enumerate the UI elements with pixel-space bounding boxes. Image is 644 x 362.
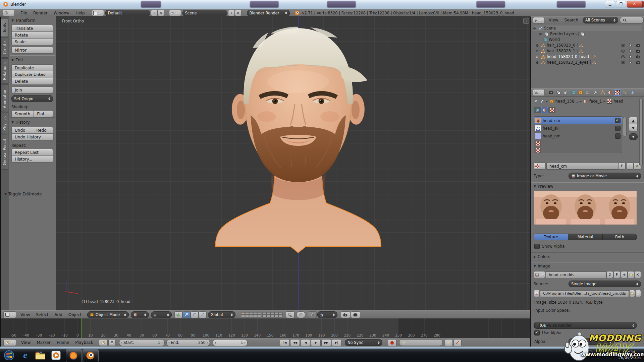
scene-select[interactable]: Scene	[182, 10, 227, 16]
menu-item[interactable]: View	[18, 340, 34, 345]
add-scene-button[interactable]: +	[228, 10, 235, 16]
rotate-manipulator-button[interactable]	[191, 311, 199, 318]
show-alpha-checkbox[interactable]	[534, 244, 540, 249]
texture-slot-list[interactable]: head_cm head_sk head_nm	[534, 116, 622, 153]
view-as-render-checkbox[interactable]	[534, 323, 540, 328]
timeline-band[interactable]: -50-40-30-20-100102030405060708090100110…	[1, 318, 530, 338]
undo-history-button[interactable]: Undo History	[11, 133, 54, 140]
set-origin-select[interactable]: Set Origin	[11, 95, 53, 102]
image-panel-header[interactable]: ▼ Image	[534, 264, 550, 268]
texture-slot-checkbox[interactable]	[615, 118, 621, 123]
expand-icon[interactable]: ⊕	[536, 55, 540, 59]
outliner-row-world[interactable]: World	[543, 37, 642, 42]
duplicate-linked-button[interactable]: Duplicate Linked	[11, 71, 53, 78]
frame-end-field[interactable]: End:250	[166, 339, 210, 346]
edit-panel-header[interactable]: ▼ Edit	[11, 58, 23, 62]
image-users-button[interactable]: 2	[606, 271, 613, 278]
rotate-button[interactable]: Rotate	[11, 32, 53, 39]
preview-panel-header[interactable]: ▼ Preview	[534, 184, 553, 189]
tab-physics[interactable]	[629, 89, 636, 96]
image-browse-button[interactable]	[534, 271, 545, 278]
preview-texture-button[interactable]: Texture	[534, 234, 568, 240]
proportional-edit-button[interactable]	[297, 311, 305, 318]
outliner-search-input[interactable]	[620, 17, 644, 23]
jump-to-start-button[interactable]: │◀	[280, 339, 289, 346]
renderlayer-icon[interactable]	[581, 32, 585, 36]
menu-item[interactable]: File	[17, 11, 30, 15]
toolshelf-tab-physics[interactable]: Physics	[1, 113, 8, 134]
duplicate-button[interactable]: Duplicate	[11, 64, 53, 71]
translate-button[interactable]: Translate	[11, 25, 53, 32]
use-alpha-checkbox[interactable]	[534, 330, 540, 336]
record-button[interactable]: ●	[388, 339, 396, 346]
editor-type-button[interactable]: ⓘ	[3, 10, 15, 16]
language-indicator[interactable]: FR	[581, 353, 586, 358]
reload-image-button[interactable]	[635, 290, 641, 297]
slot-move-down-button[interactable]: ▼	[629, 124, 638, 131]
tab-object[interactable]	[577, 89, 584, 96]
tab-render-layers[interactable]	[555, 89, 562, 96]
renderability-camera-icon[interactable]	[636, 43, 640, 48]
other-texture-context-button[interactable]	[548, 107, 555, 113]
editor-type-button[interactable]	[533, 17, 544, 23]
expand-icon[interactable]: ⊕	[539, 32, 543, 36]
visibility-eye-icon[interactable]	[621, 49, 625, 53]
world-texture-context-button[interactable]	[534, 107, 541, 113]
toolshelf-tab-grease-pencil[interactable]: Grease Pencil	[1, 135, 8, 170]
show-alpha-row[interactable]: Show Alpha	[534, 244, 565, 249]
visibility-eye-icon[interactable]	[621, 60, 625, 65]
menu-item[interactable]: Help	[72, 11, 88, 15]
texture-name-input[interactable]: head_cm	[546, 163, 618, 170]
selectability-cursor-icon[interactable]	[629, 55, 633, 59]
tab-particles[interactable]	[621, 89, 628, 96]
transform-orientation-select[interactable]: Global	[208, 311, 235, 318]
explorer-folder-icon[interactable]	[35, 351, 46, 360]
history-panel-header[interactable]: ▼ History	[11, 120, 30, 125]
scene-icon[interactable]	[169, 10, 181, 16]
media-player-icon[interactable]	[51, 350, 61, 360]
browse-filepath-button[interactable]	[629, 290, 635, 297]
open-image-button[interactable]	[628, 271, 634, 278]
editor-type-button[interactable]	[3, 339, 16, 346]
snap-toggle-button[interactable]	[308, 311, 317, 318]
breadcrumb-object[interactable]: head_158...	[555, 99, 578, 104]
close-layout-button[interactable]: ✕	[158, 10, 164, 16]
shade-flat-button[interactable]: Flat	[34, 110, 53, 117]
slot-specials-menu[interactable]: ▾	[629, 133, 638, 140]
snap-element-select[interactable]	[317, 311, 337, 318]
manipulator-axes-icon[interactable]	[174, 311, 182, 318]
expand-icon[interactable]: ⊕	[536, 49, 540, 53]
play-reverse-button[interactable]: ◀	[301, 339, 310, 346]
outliner-row-object[interactable]: ⊕ hair_158023_0 |	[536, 43, 642, 48]
lock-to-scene-button[interactable]	[286, 311, 294, 318]
visibility-eye-icon[interactable]	[621, 43, 625, 48]
mode-select[interactable]: Object Mode	[87, 311, 129, 318]
shade-smooth-button[interactable]: Smooth	[11, 110, 34, 117]
selectability-cursor-icon[interactable]	[629, 60, 633, 64]
alpha-mode-select[interactable]: Straight	[569, 338, 614, 345]
toolshelf-tab-relations[interactable]: Relations	[1, 58, 8, 84]
minimize-button[interactable]: ▁	[605, 1, 615, 7]
menu-item[interactable]: Marker	[34, 340, 53, 345]
history-dialog-button[interactable]: History...	[11, 156, 53, 163]
preview-both-button[interactable]: Both	[602, 234, 637, 240]
menu-item[interactable]: View	[546, 18, 561, 22]
tab-world[interactable]	[570, 89, 577, 96]
toolshelf-tab-animation[interactable]: Animation	[1, 84, 8, 112]
delete-keyframe-button[interactable]	[453, 339, 462, 346]
colors-panel-header[interactable]: ▶ Colors	[534, 254, 550, 259]
keying-set-field[interactable]	[399, 339, 443, 346]
insert-keyframe-button[interactable]	[445, 339, 453, 346]
new-image-button[interactable]: +	[621, 271, 628, 278]
tab-object-data[interactable]	[599, 89, 606, 96]
expand-icon[interactable]: ⊕	[536, 44, 540, 47]
join-button[interactable]: Join	[11, 86, 53, 94]
outliner-row-object[interactable]: ⊕ hair_158023_1 |	[536, 48, 642, 54]
texture-slot-checkbox[interactable]	[615, 126, 621, 131]
image-source-select[interactable]: Single Image	[569, 281, 641, 287]
delete-button[interactable]: Delete	[11, 78, 53, 85]
toolshelf-tab-tools[interactable]: Tools	[1, 19, 8, 37]
pivot-point-select[interactable]: ◎	[151, 311, 172, 318]
tab-constraints[interactable]	[584, 89, 591, 96]
image-fake-user-button[interactable]: F	[613, 271, 620, 278]
